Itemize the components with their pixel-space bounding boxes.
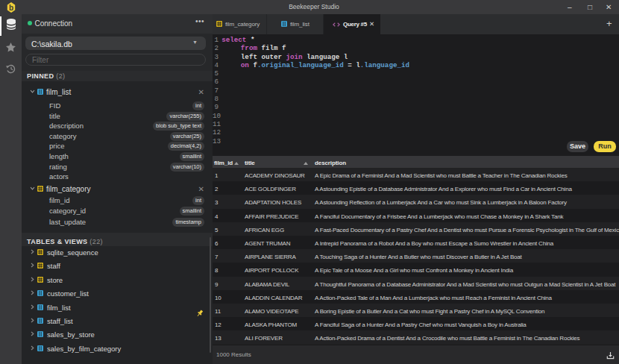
svg-text:b: b bbox=[9, 4, 13, 12]
